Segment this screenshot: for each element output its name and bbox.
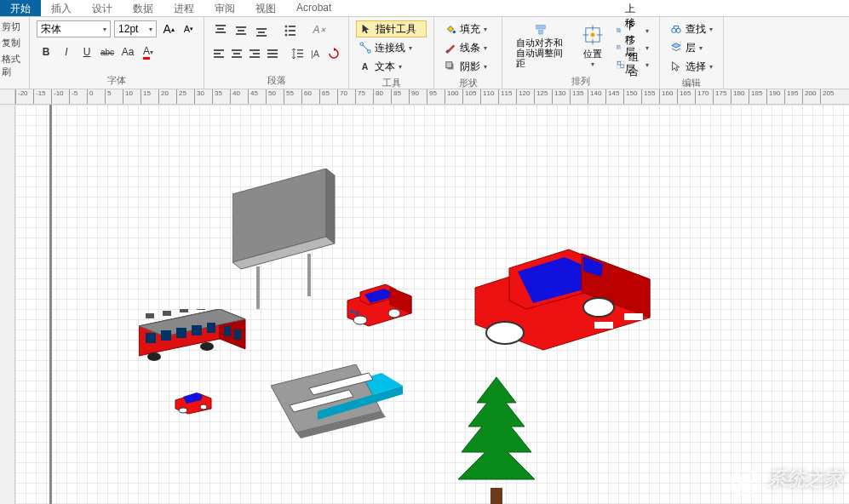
tools-group: 指针工具 连接线 ▾ A 文本 ▾ 工具 [349,17,434,89]
tab-review[interactable]: 审阅 [204,0,245,16]
align-center-button[interactable] [229,44,245,63]
line-spacing-button[interactable] [290,44,306,63]
rotate-text-button[interactable] [325,44,341,63]
svg-rect-38 [446,62,452,68]
horizontal-ruler[interactable]: -20-15-10-505101520253035404550556065707… [15,89,849,104]
svg-rect-40 [542,26,545,29]
bring-forward-icon [617,25,622,37]
align-top-button[interactable] [211,20,230,39]
tab-insert[interactable]: 插入 [41,0,82,16]
bold-button[interactable]: B [37,43,55,61]
svg-rect-72 [192,325,202,335]
drawing-canvas[interactable]: 系统之家 [15,105,849,504]
shadow-button[interactable]: 阴影▾ [441,58,495,75]
svg-point-43 [591,33,595,37]
shape-car-tiny[interactable] [173,390,220,415]
select-button[interactable]: 选择▾ [667,58,716,75]
ruler-tick: 60 [301,89,312,104]
shape-car-medium[interactable] [343,279,424,330]
chevron-down-icon: ▾ [484,63,487,71]
vertical-ruler[interactable] [0,105,15,504]
svg-rect-26 [267,56,278,58]
chevron-down-icon: ▾ [484,26,487,33]
ruler-row: -20-15-10-505101520253035404550556065707… [0,89,849,105]
ruler-tick: 45 [248,89,258,104]
paint-bucket-icon [445,23,456,35]
shape-pine-tree[interactable] [450,377,543,504]
ruler-tick: 130 [552,89,565,104]
change-case-button[interactable]: Aa [118,43,137,61]
svg-rect-14 [289,34,295,36]
fill-button[interactable]: 填充▾ [441,20,495,37]
font-size-select[interactable]: 12pt ▾ [114,20,157,37]
tab-acrobat[interactable]: Acrobat [286,0,341,16]
auto-align-button[interactable]: 自动对齐和自动调整间距 [509,20,572,72]
text-tool-label: 文本 [375,60,395,74]
shadow-icon [445,60,456,72]
svg-rect-73 [207,323,215,333]
justify-button[interactable] [265,44,281,63]
svg-rect-0 [215,25,226,26]
ruler-tick: -20 [15,89,28,104]
tab-home[interactable]: 开始 [0,0,41,16]
ruler-tick: 120 [516,89,530,104]
find-button[interactable]: 查找▾ [667,20,716,37]
font-size-value: 12pt [118,23,138,35]
bullets-button[interactable] [281,20,300,39]
group-button[interactable]: 组合▾ [613,56,652,73]
pointer-icon [360,23,372,35]
text-direction-button[interactable]: |A [307,44,324,63]
ruler-tick: 55 [284,89,294,104]
decrease-font-button[interactable]: A▾ [181,20,197,37]
svg-rect-3 [236,26,246,28]
shape-billboard[interactable] [232,169,360,313]
svg-point-82 [353,316,367,324]
font-name-select[interactable]: 宋体 ▾ [37,20,111,37]
font-color-button[interactable]: A▾ [139,43,158,61]
underline-button[interactable]: U [77,43,96,61]
align-bottom-button[interactable] [252,20,271,39]
shape-road-crossing[interactable] [271,364,407,458]
italic-button[interactable]: I [57,43,76,61]
svg-point-77 [200,342,214,351]
shape-bus[interactable] [139,309,258,369]
svg-rect-51 [618,47,621,49]
ruler-tick: 195 [784,89,798,104]
edit-group: 查找▾ 层▾ 选择▾ 编辑 [660,17,724,89]
ruler-tick: 70 [337,89,347,104]
copy-button[interactable]: 复制 [2,37,27,49]
svg-point-32 [368,50,371,54]
svg-point-35 [453,31,456,34]
menu-tabs: 开始 插入 设计 数据 进程 审阅 视图 Acrobat [0,0,849,17]
svg-rect-70 [161,330,171,341]
cut-button[interactable]: 剪切 [2,20,27,33]
svg-rect-39 [536,26,540,29]
clear-format-button[interactable]: A✕ [310,20,329,39]
align-right-button[interactable] [247,44,263,63]
chevron-down-icon: ▾ [150,49,153,56]
text-tool-button[interactable]: A 文本 ▾ [356,58,427,75]
strikethrough-button[interactable]: abc [98,43,117,61]
chevron-down-icon: ▾ [399,63,402,71]
tab-design[interactable]: 设计 [82,0,123,16]
auto-align-label: 自动对齐和自动调整间距 [516,37,565,68]
svg-rect-6 [256,28,267,30]
svg-point-11 [285,30,288,32]
watermark-text: 系统之家 [767,468,842,490]
ruler-tick: 175 [713,89,726,104]
increase-font-button[interactable]: A▴ [160,20,176,37]
align-left-button[interactable] [211,44,227,63]
format-painter-button[interactable]: 格式刷 [2,53,27,78]
line-button[interactable]: 线条▾ [441,39,495,56]
svg-point-9 [285,26,288,28]
position-button[interactable]: 位置 ▾ [572,20,613,72]
shape-car-large[interactable] [467,241,663,352]
svg-rect-1 [217,28,224,30]
tab-data[interactable]: 数据 [123,0,163,16]
align-middle-button[interactable] [232,20,250,39]
connector-tool-button[interactable]: 连接线 ▾ [356,39,427,56]
tab-view[interactable]: 视图 [245,0,286,16]
layer-button[interactable]: 层▾ [667,39,716,56]
pointer-tool-button[interactable]: 指针工具 [356,20,427,37]
tab-process[interactable]: 进程 [163,0,204,16]
